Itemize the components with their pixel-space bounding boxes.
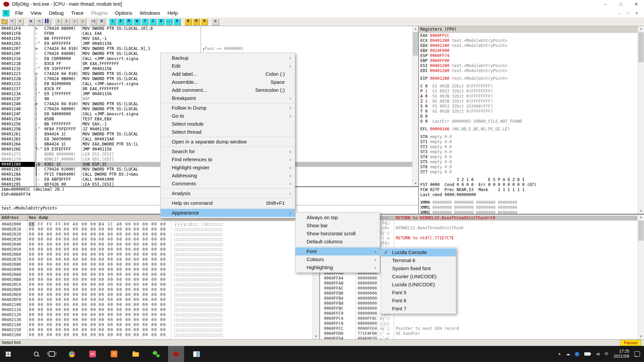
dump-row[interactable]: 0040210000 00 00 0000 00 00 0000 00 00 0… (0, 302, 313, 307)
menu-item-analysis[interactable]: Analysis› (161, 189, 295, 197)
dump-row[interactable]: 0040202000 00 00 0000 00 00 0000 00 00 0… (0, 232, 313, 237)
mail-app-button[interactable]: ✉ (85, 346, 101, 362)
go-to-user-code-button[interactable]: U (98, 18, 105, 25)
wechat-button[interactable] (148, 346, 164, 362)
options-button[interactable]: ≡ (212, 18, 219, 25)
stack-row[interactable]: 0060FFD0771FAF00□¯ wSE handler (320, 331, 637, 336)
restart-button[interactable]: « (8, 18, 16, 25)
dump-row[interactable]: 0040203000 00 00 0000 00 00 0000 00 00 0… (0, 237, 313, 242)
task-view-button[interactable] (44, 346, 60, 362)
menu-item-edit[interactable]: Edit› (161, 62, 295, 70)
minimize-button[interactable]: – (598, 0, 613, 9)
stack-scrollbar[interactable]: ▲ ▼ (638, 215, 644, 339)
menu-item-terminal-6[interactable]: Terminal 6 (381, 256, 456, 264)
memory-dump-pane[interactable]: Address Hex dump 00402000FF FF FF FF00 4… (0, 214, 319, 339)
dump-row[interactable]: 0040215000 00 00 0000 00 00 0000 00 00 0… (0, 327, 313, 333)
menu-item-select-module[interactable]: Select module (161, 120, 295, 128)
windows-button[interactable]: W (133, 18, 141, 25)
stack-row[interactable]: 0060FFA400000000 (320, 276, 637, 281)
trace-into-button[interactable]: ⇓ (71, 18, 78, 25)
dump-row[interactable]: 004020B000 00 00 0000 00 00 0000 00 00 0… (0, 277, 313, 282)
taskbar-search-button[interactable] (28, 346, 44, 362)
menu-item-highlight-register[interactable]: Highlight register› (161, 164, 295, 172)
menu-item-go-to[interactable]: Go to› (161, 112, 295, 120)
cpu-window-button[interactable]: C (149, 18, 157, 25)
step-into-button[interactable]: ↓ (55, 18, 62, 25)
child-close-button[interactable]: ✕ (633, 10, 640, 16)
dump-row[interactable]: 004020E000 00 00 0000 00 00 0000 00 00 0… (0, 292, 313, 297)
menu-item-help-on-command[interactable]: Help on commandShift+F1 (161, 199, 295, 207)
stack-row[interactable]: 0060FFCC0060FFE4äÿ`□Pointer to next SEH … (320, 326, 637, 331)
dump-row[interactable]: 0040211000 00 00 0000 00 00 0000 00 00 0… (0, 307, 313, 312)
onedrive-icon[interactable]: ☁ (566, 352, 570, 356)
trace-over-button[interactable]: ⇓ (79, 18, 86, 25)
disasm-row[interactable]: 004011FD·B8 FFFFFFFFMOV EAX,-1 (0, 36, 418, 41)
dump-row[interactable]: 004020F000 00 00 0000 00 00 0000 00 00 0… (0, 297, 313, 302)
dump-row[interactable]: 0040206000 00 00 0000 00 00 0000 00 00 0… (0, 252, 313, 257)
animate-button[interactable]: → (36, 18, 43, 25)
rss-app-button[interactable]: ⊙ (106, 346, 122, 362)
menu-item-comments[interactable]: Comments› (161, 180, 295, 188)
maximize-button[interactable]: □ (613, 0, 629, 9)
stack-row[interactable]: 0060FFBC00000000 (320, 306, 637, 311)
menu-item-always-on-top[interactable]: Always on top (296, 214, 380, 222)
run-button[interactable]: ▶ (28, 18, 35, 25)
stack-row[interactable]: 0060FFD480AB983D=˜«€ (320, 336, 637, 339)
menu-item-select-thread[interactable]: Select thread (161, 128, 295, 136)
file-explorer-button[interactable] (127, 346, 144, 362)
menu-item-font-6[interactable]: Font 6 (381, 297, 456, 305)
menu-options[interactable]: Options (111, 9, 136, 17)
menu-item-show-bar[interactable]: Show bar (296, 222, 380, 230)
dump-row[interactable]: 0040214000 00 00 0000 00 00 0000 00 00 0… (0, 322, 313, 327)
disasm-row[interactable]: 00401207>C74424 04 010(MOV DWORD PTR SS:… (0, 46, 418, 51)
menu-item-lucida-unicode[interactable]: Lucida (UNICODE) (381, 281, 456, 289)
menu-file[interactable]: File (11, 9, 27, 17)
memory-map-button[interactable]: M (125, 18, 132, 25)
app-window-button[interactable] (189, 346, 205, 362)
menu-plugins[interactable]: Plugins (87, 9, 111, 17)
dump-row[interactable]: 004020A000 00 00 0000 00 00 0000 00 00 0… (0, 272, 313, 277)
battery-icon[interactable] (584, 352, 590, 356)
menu-item-add-label[interactable]: Add label...Colon (:) (161, 70, 295, 78)
ollydbg-taskbar-button[interactable] (168, 346, 184, 362)
ime-indicator[interactable]: 中 (604, 351, 608, 357)
menu-help[interactable]: Help (164, 9, 181, 17)
dump-row[interactable]: 004020C000 00 00 0000 00 00 0000 00 00 0… (0, 282, 313, 287)
cpu-child-icon[interactable]: C (3, 10, 9, 16)
menu-item-open-in-a-separate-dump-window[interactable]: Open in a separate dump window (161, 138, 295, 146)
registers-pane[interactable]: Registers (FPU) EAX 0060FFCCECX 00401280… (419, 26, 644, 214)
run-trace-button[interactable]: M (193, 18, 200, 25)
call-stack-button[interactable]: K (173, 18, 181, 25)
dump-row[interactable]: 00402000FF FF FF FF00 40 00 00B4 1C 40 0… (0, 222, 313, 227)
menu-item-font-5[interactable]: Font 5 (381, 289, 456, 297)
disasm-row[interactable]: 004011FB·FFD0CALL EAX (0, 31, 418, 36)
stack-row[interactable]: 0060FFB000000000 (320, 291, 637, 296)
menu-item-font[interactable]: Font› (296, 247, 380, 255)
more-windows-button[interactable]: ... (165, 18, 173, 25)
menu-item-font-7[interactable]: Font 7 (381, 305, 456, 313)
dump-row[interactable]: 0040201000 00 00 0000 00 00 0000 00 00 0… (0, 227, 313, 232)
menu-item-default-columns[interactable]: Default columns (296, 238, 380, 246)
step-over-button[interactable]: ↓ (63, 18, 70, 25)
threads-button[interactable]: T (141, 18, 149, 25)
menu-item-follow-in-dump[interactable]: Follow in Dump› (161, 104, 295, 112)
menu-item-breakpoint[interactable]: Breakpoint› (161, 94, 295, 102)
open-file-button[interactable] (0, 18, 8, 25)
disasm-row[interactable]: 00401202·^E9 4FFFFFFFJMP 00401156 (0, 41, 418, 46)
stack-row[interactable]: 0060FFC800000000□□□□ (320, 321, 637, 326)
dump-row[interactable]: 004020D000 00 00 0000 00 00 0000 00 00 0… (0, 287, 313, 292)
pause-button[interactable]: ▌▌ (44, 18, 51, 25)
menu-item-courier-unicode[interactable]: Courier (UNICODE) (381, 273, 456, 281)
stack-row[interactable]: 0060FFAC00000000 (320, 286, 637, 291)
menu-item-system-fixed-font[interactable]: System fixed font (381, 264, 456, 273)
dump-row[interactable]: 0040213000 00 00 0000 00 00 0000 00 00 0… (0, 317, 313, 322)
executable-modules-button[interactable]: E (117, 18, 124, 25)
menu-windows[interactable]: Windows (136, 9, 164, 17)
menu-item-backup[interactable]: Backup› (161, 54, 295, 62)
menu-item-colours[interactable]: Colours› (296, 255, 380, 263)
menu-item-assemble[interactable]: Assemble...Space (161, 78, 295, 86)
stack-row[interactable]: 0060FFB800000000 (320, 301, 637, 306)
menu-item-search-for[interactable]: Search for› (161, 147, 295, 156)
menu-item-show-horizontal-scroll[interactable]: Show horizontal scroll (296, 230, 380, 238)
dump-row[interactable]: 0040205000 00 00 0000 00 00 0000 00 00 0… (0, 247, 313, 252)
